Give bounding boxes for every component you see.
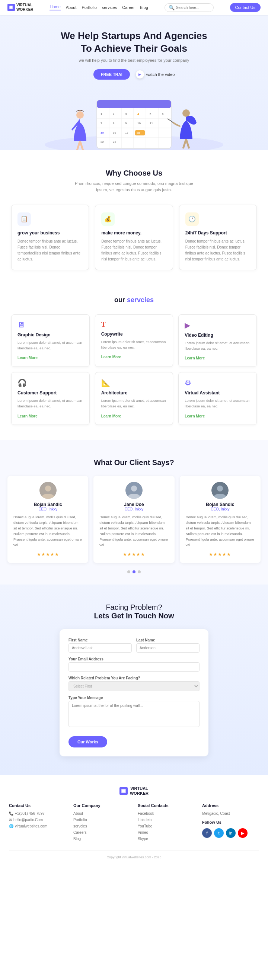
- footer-social-vm[interactable]: Vimeo: [138, 830, 195, 835]
- testimonials-title: What Our Client Says?: [8, 458, 260, 467]
- footer-company-title: Our Company: [73, 803, 130, 808]
- footer-company-services[interactable]: servcies: [73, 824, 130, 828]
- why-card-0: 📋 grow your business Donec tempor finibu…: [11, 205, 89, 270]
- svg-point-32: [76, 111, 84, 119]
- logo: VIRTUAL WORKER: [8, 3, 34, 12]
- free-trial-button[interactable]: FREE TRAI: [93, 69, 130, 80]
- message-group: Type Your Message: [69, 696, 199, 728]
- service-link-1[interactable]: Learn More: [101, 355, 121, 359]
- service-link-2[interactable]: Learn More: [185, 356, 205, 360]
- service-link-3[interactable]: Learn More: [18, 414, 38, 418]
- svg-point-40: [45, 485, 51, 492]
- avatar-1: [126, 482, 142, 499]
- nav-services[interactable]: services: [102, 5, 117, 10]
- footer-logo-text: VIRTUAL WORKER: [130, 786, 148, 796]
- footer-company-blog[interactable]: Blog: [73, 837, 130, 841]
- svg-text:23: 23: [113, 140, 116, 144]
- search-box: 🔍: [164, 3, 214, 12]
- service-icon-1: T: [101, 321, 167, 329]
- service-text-3: Lorem ipsum dolor sit amet, et accumsan …: [18, 398, 83, 409]
- facebook-icon[interactable]: f: [202, 828, 212, 838]
- message-input[interactable]: [69, 701, 199, 727]
- footer-contact-email: ✉ hello@padic.Com: [9, 818, 66, 822]
- nav-home[interactable]: Home: [49, 5, 60, 10]
- problem-group: Which Related Problem You Are Facing? Se…: [69, 676, 199, 691]
- hero-svg: 1 2 3 4 5 6 7 8 9 10 11 15 16 17 20 22 2…: [41, 93, 227, 150]
- testimonial-text-1: Donec augue lorem, mollis quis dui sed, …: [99, 514, 168, 548]
- service-icon-2: ▶: [185, 321, 250, 329]
- hero-buttons: FREE TRAI ▶ watch the video: [8, 69, 260, 80]
- service-link-5[interactable]: Learn More: [185, 414, 205, 418]
- footer: VIRTUAL WORKER Contact Us 📞 +1(301) 456-…: [0, 775, 268, 865]
- service-card-2: ▶ Video Editing Lorem ipsum dolor sit am…: [178, 314, 257, 367]
- svg-point-35: [182, 110, 190, 117]
- nav-blog[interactable]: Blog: [140, 5, 148, 10]
- search-input[interactable]: [176, 6, 209, 10]
- email-group: Your Email Address: [69, 657, 199, 671]
- service-icon-0: 🖥: [18, 321, 83, 329]
- phone-icon: 📞: [9, 811, 13, 816]
- footer-grid: Contact Us 📞 +1(301) 456-7897 ✉ hello@pa…: [9, 803, 259, 843]
- card-text-1: Donec tempor finibus ante ac luctus. Fus…: [101, 239, 166, 262]
- footer-social-fb[interactable]: Facebook: [138, 811, 195, 816]
- avatar-0: [40, 482, 57, 499]
- why-cards: 📋 grow your business Donec tempor finibu…: [11, 205, 257, 270]
- footer-social-yt[interactable]: YouTube: [138, 824, 195, 828]
- card-title-1: make more money.: [101, 230, 166, 235]
- svg-text:17: 17: [125, 131, 128, 134]
- footer-social-sk[interactable]: Skype: [138, 837, 195, 841]
- twitter-icon[interactable]: t: [214, 828, 224, 838]
- footer-address-list: Metigadic, Coast: [202, 811, 259, 816]
- svg-point-44: [217, 485, 223, 492]
- problem-select[interactable]: Select First: [69, 681, 199, 691]
- testimonial-name-0: Bojan Sandic: [13, 502, 82, 507]
- linkedin-icon[interactable]: in: [226, 828, 236, 838]
- card-text-0: Donec tempor finibus ante ac luctus. Fus…: [18, 239, 83, 262]
- testimonial-0: Bojan Sandic CEO, Inkxy Donec augue lore…: [8, 476, 88, 563]
- last-name-input[interactable]: [136, 643, 199, 652]
- footer-social-icons: f t in ▶: [202, 828, 259, 838]
- email-input[interactable]: [69, 662, 199, 671]
- footer-contact-list: 📞 +1(301) 456-7897 ✉ hello@padic.Com 🌐 v…: [9, 811, 66, 828]
- youtube-icon[interactable]: ▶: [238, 828, 247, 838]
- dot-1[interactable]: [132, 570, 136, 573]
- footer-address-text: Metigadic, Coast: [202, 811, 259, 816]
- nav-career[interactable]: Career: [122, 5, 135, 10]
- footer-company-careers[interactable]: Careers: [73, 830, 130, 835]
- card-icon-0: 📋: [18, 212, 31, 226]
- svg-text:16: 16: [113, 131, 116, 134]
- footer-col-company: Our Company About Portfolio servcies Car…: [73, 803, 130, 843]
- service-link-0[interactable]: Learn More: [18, 356, 38, 360]
- watch-video-link[interactable]: ▶ watch the video: [136, 70, 175, 78]
- nav-about[interactable]: About: [66, 5, 77, 10]
- submit-button[interactable]: Our Works: [69, 736, 107, 748]
- service-link-4[interactable]: Learn More: [101, 414, 121, 418]
- svg-text:8: 8: [113, 122, 115, 125]
- footer-company-about[interactable]: About: [73, 811, 130, 816]
- svg-text:3: 3: [125, 112, 127, 116]
- navbar: VIRTUAL WORKER Home About Portfolio serv…: [0, 0, 268, 15]
- testimonial-stars-2: ★★★★★: [186, 552, 255, 557]
- svg-text:6: 6: [162, 112, 164, 116]
- dot-0[interactable]: [127, 570, 130, 573]
- form-name-row: First Name Last Name: [69, 638, 199, 652]
- carousel-dots: [8, 570, 260, 573]
- services-section: our servcies 🖥 Graphic Design Lorem ipsu…: [0, 281, 268, 440]
- nav-portfolio[interactable]: Portfolio: [82, 5, 97, 10]
- contact-us-button[interactable]: Contact Us: [230, 3, 260, 12]
- service-title-0: Graphic Design: [18, 332, 83, 337]
- service-title-5: Virtual Assistant: [185, 390, 250, 396]
- contact-form-card: First Name Last Name Your Email Address …: [59, 629, 209, 756]
- first-name-input[interactable]: [69, 643, 132, 652]
- testimonial-2: Bojan Sandic CEO, Inkxy Donec augue lore…: [180, 476, 260, 563]
- svg-text:1: 1: [100, 112, 102, 116]
- svg-text:5: 5: [150, 112, 152, 116]
- play-icon: ▶: [136, 70, 144, 78]
- dot-2[interactable]: [138, 570, 141, 573]
- testimonials-grid: Bojan Sandic CEO, Inkxy Donec augue lore…: [8, 476, 260, 563]
- hero-subtitle: we will help you to find the best employ…: [8, 58, 260, 62]
- testimonial-name-2: Bojan Sandic: [186, 502, 255, 507]
- footer-social-li[interactable]: Linkdeln: [138, 818, 195, 822]
- footer-company-portfolio[interactable]: Portfolio: [73, 818, 130, 822]
- testimonial-1: Jane Doe CEO, Inkxy Donec augue lorem, m…: [93, 476, 174, 563]
